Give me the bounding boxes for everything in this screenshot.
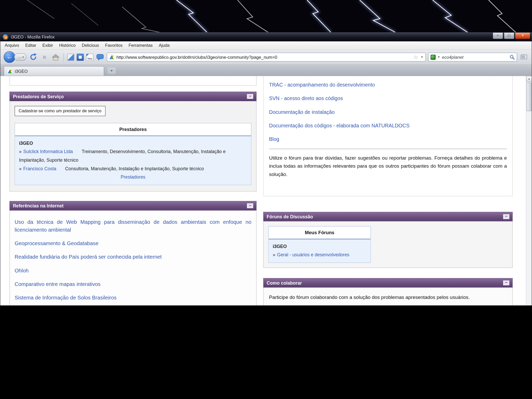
bullet-icon: » xyxy=(19,149,22,154)
forward-button[interactable]: → ▾ xyxy=(14,53,26,61)
minimize-button[interactable]: − xyxy=(493,32,503,39)
home-button[interactable] xyxy=(51,53,60,61)
close-button[interactable]: × xyxy=(515,32,530,39)
bullet-icon: » xyxy=(19,166,22,171)
scrollbar-thumb[interactable] xyxy=(527,82,532,111)
vertical-scrollbar[interactable]: ▲ ▼ xyxy=(526,76,531,305)
portlet-header: Prestadores de Serviço − xyxy=(10,92,257,101)
blog-link[interactable]: Blog xyxy=(269,135,507,143)
bookmark-star-icon[interactable]: ☆ xyxy=(414,55,418,60)
portlet-como-colaborar: Como colaborar − Participe do fórum cola… xyxy=(263,278,513,305)
search-engine-icon[interactable] xyxy=(430,55,436,60)
search-icon[interactable] xyxy=(510,55,515,60)
reload-button[interactable] xyxy=(29,53,38,61)
table-body: i3GEO »Sulclick Informatica LtdaTreiname… xyxy=(15,136,251,185)
left-column: Prestadores de Serviço − Cadastrar-se co… xyxy=(10,76,257,305)
doc-codigos-link[interactable]: Documentação dos códigos - elaborada com… xyxy=(269,122,507,129)
svn-link[interactable]: SVN - acesso direto aos códigos xyxy=(269,94,507,102)
forum-geral-link[interactable]: Geral - usuários e desenvolvedores xyxy=(277,252,349,258)
foruns-table: Meus Fóruns i3GEO »Geral - usuários e de… xyxy=(268,226,371,263)
tab-favicon xyxy=(7,68,12,74)
prestador-description: Consultoria, Manutenção, Instalação e Im… xyxy=(65,166,204,171)
new-tab-button[interactable]: + xyxy=(108,67,116,74)
back-button[interactable]: ← xyxy=(4,51,15,63)
portlet-header: Fóruns de Discussão − xyxy=(263,212,513,221)
title-bar: i3GEO - Mozilla Firefox − □ × xyxy=(0,32,531,41)
menu-arquivo[interactable]: Arquivo xyxy=(2,42,22,49)
prestador-link-francisco[interactable]: Francisco Costa xyxy=(23,166,56,171)
collapse-portlet-icon[interactable]: − xyxy=(247,204,253,208)
previous-portlet-remnant xyxy=(10,76,257,86)
register-provider-button[interactable]: Cadastrar-se como um prestador de serviç… xyxy=(15,106,105,116)
reference-link[interactable]: Comparativo entre mapas interativos xyxy=(15,280,251,288)
scroll-up-icon[interactable]: ▲ xyxy=(526,76,532,82)
search-input[interactable]: eco4planet xyxy=(442,55,508,60)
navigation-toolbar: ← → ▾ × TAG xyxy=(0,50,531,64)
portlet-title: Fóruns de Discussão xyxy=(267,214,313,219)
menu-ferramentas[interactable]: Ferramentas xyxy=(125,42,156,49)
portlet-foruns: Fóruns de Discussão − Meus Fóruns i3GEO … xyxy=(263,212,513,268)
portlet-body: Meus Fóruns i3GEO »Geral - usuários e de… xyxy=(263,221,513,268)
doc-instalacao-link[interactable]: Documentação de instalação xyxy=(269,108,507,116)
menu-exibir[interactable]: Exibir xyxy=(39,42,56,49)
prestador-link-sulclick[interactable]: Sulclick Informatica Ltda xyxy=(23,149,73,154)
stop-button[interactable]: × xyxy=(40,53,49,61)
menu-editar[interactable]: Editar xyxy=(22,42,39,49)
portlet-body: Uso da técnica de Web Mapping para disse… xyxy=(10,211,257,305)
extension-bookmark-icon[interactable] xyxy=(67,54,74,61)
trac-link[interactable]: TRAC - acompanhamento do desenvolvimento xyxy=(269,81,507,89)
url-dropdown-icon[interactable]: ▾ xyxy=(420,55,424,59)
window-page-icon xyxy=(521,54,527,60)
menu-bar: Arquivo Editar Exibir Histórico Deliciou… xyxy=(0,41,531,50)
history-dropdown-icon[interactable]: ▾ xyxy=(22,56,24,59)
portlet-header: Como colaborar − xyxy=(263,278,513,288)
collapse-portlet-icon[interactable]: − xyxy=(503,214,509,219)
window-title: i3GEO - Mozilla Firefox xyxy=(11,35,55,39)
forum-intro-text: Utilize o fórum para tirar dúvidas, faze… xyxy=(269,154,507,178)
table-row: »Sulclick Informatica LtdaTreinamento, D… xyxy=(19,147,247,164)
extension-screenshot-icon[interactable] xyxy=(77,54,84,61)
delicious-tag-icon[interactable]: TAG xyxy=(86,54,93,61)
search-engine-dropdown-icon[interactable]: ▾ xyxy=(437,55,441,59)
page-view-button[interactable] xyxy=(520,53,528,61)
divider xyxy=(269,149,507,149)
reference-link[interactable]: Uso da técnica de Web Mapping para disse… xyxy=(15,218,251,234)
toolbar-separator xyxy=(63,53,64,61)
table-row: »Francisco CostaConsultoria, Manutenção,… xyxy=(19,164,247,173)
bullet-icon: » xyxy=(273,252,275,258)
site-favicon xyxy=(109,54,114,60)
tab-bar: i3GEO + xyxy=(0,64,531,76)
table-header: Meus Fóruns xyxy=(269,226,370,239)
prestadores-footer-link[interactable]: Prestadores xyxy=(121,174,145,180)
reference-link[interactable]: Sistema de Informação de Solos Brasileir… xyxy=(15,294,251,302)
tab-i3geo[interactable]: i3GEO xyxy=(4,66,104,76)
menu-ajuda[interactable]: Ajuda xyxy=(156,42,172,49)
portlet-prestadores: Prestadores de Serviço − Cadastrar-se co… xyxy=(10,92,257,192)
menu-delicious[interactable]: Delicious xyxy=(79,42,102,49)
menu-historico[interactable]: Histórico xyxy=(56,42,79,49)
search-bar[interactable]: ▾ eco4planet xyxy=(428,53,517,61)
address-bar[interactable]: http://www.softwarepublico.gov.br/dotlrn… xyxy=(107,53,426,61)
group-name: i3GEO xyxy=(273,242,366,251)
window-controls: − □ × xyxy=(493,32,530,39)
collapse-portlet-icon[interactable]: − xyxy=(247,94,253,99)
url-text[interactable]: http://www.softwarepublico.gov.br/dotlrn… xyxy=(116,55,411,60)
portlet-referencias: Referências na Internet − Uso da técnica… xyxy=(10,201,257,305)
table-footer: Prestadores xyxy=(19,173,247,181)
table-body: i3GEO »Geral - usuários e desenvolvedore… xyxy=(269,239,370,263)
comment-bubble-button[interactable] xyxy=(96,53,104,61)
reference-link[interactable]: Ohloh xyxy=(15,267,251,274)
maximize-button[interactable]: □ xyxy=(504,32,514,39)
reference-link[interactable]: Geoprocessamento & Geodatabase xyxy=(15,239,251,247)
table-row: »Geral - usuários e desenvolvedores xyxy=(273,251,366,259)
portlet-body: Cadastrar-se como um prestador de serviç… xyxy=(10,101,257,192)
speech-bubble-icon xyxy=(96,54,104,60)
portlet-body: Participe do fórum colaborando com a sol… xyxy=(263,288,513,305)
tab-label: i3GEO xyxy=(15,69,28,74)
menu-favoritos[interactable]: Favoritos xyxy=(102,42,126,49)
reference-link[interactable]: Realidade fundiária do País poderá ser c… xyxy=(15,253,251,261)
development-links-box: TRAC - acompanhamento do desenvolvimento… xyxy=(263,76,513,196)
colaborar-paragraph: Participe do fórum colaborando com a sol… xyxy=(269,293,507,301)
prestadores-table: Prestadores i3GEO »Sulclick Informatica … xyxy=(15,123,251,185)
collapse-portlet-icon[interactable]: − xyxy=(503,280,509,285)
